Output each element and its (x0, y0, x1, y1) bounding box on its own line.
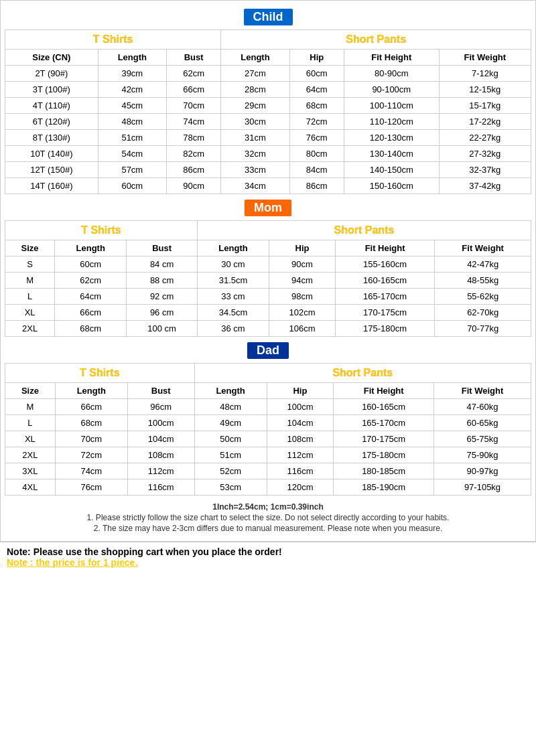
table-row: 2XL72cm108cm51cm112cm175-180cm75-90kg (5, 447, 531, 463)
dad-badge: Dad (247, 342, 289, 359)
child-table: T Shirts Short Pants Size (CN) Length Bu… (5, 29, 531, 194)
dad-table: T Shirts Short Pants Size Length Bust Le… (5, 363, 531, 496)
table-row: 4XL76cm116cm53cm120cm185-190cm97-105kg (5, 479, 531, 496)
table-row: L64cm92 cm33 cm98cm165-170cm55-62kg (5, 289, 531, 305)
mom-col-5: Fit Height (335, 240, 434, 256)
mom-badge: Mom (245, 200, 291, 216)
table-row: XL66cm96 cm34.5cm102cm170-175cm62-70kg (5, 305, 531, 321)
dad-col-4: Hip (267, 383, 334, 399)
dad-col-2: Bust (127, 383, 194, 399)
child-col-4: Hip (289, 50, 344, 66)
table-row: 14T (160#)60cm90cm34cm86cm150-160cm37-42… (5, 178, 531, 194)
mom-subheader: T Shirts Short Pants (5, 221, 531, 240)
child-title-row: Child (5, 5, 531, 29)
mom-col-0: Size (5, 240, 55, 256)
mom-shortpants-header: Short Pants (197, 221, 531, 240)
mom-col-headers: Size Length Bust Length Hip Fit Height F… (5, 240, 531, 256)
child-col-2: Bust (166, 50, 220, 66)
table-row: 3T (100#)42cm66cm28cm64cm90-100cm12-15kg (5, 82, 531, 98)
dad-title-row: Dad (5, 337, 531, 363)
conversion-note: 1Inch=2.54cm; 1cm=0.39inch (11, 502, 525, 512)
mom-tshirts-header: T Shirts (5, 221, 198, 240)
child-badge: Child (244, 9, 293, 25)
table-row: 12T (150#)57cm86cm33cm84cm140-150cm32-37… (5, 162, 531, 178)
child-col-3: Length (221, 50, 289, 66)
child-col-headers: Size (CN) Length Bust Length Hip Fit Hei… (5, 50, 531, 66)
table-row: 2XL68cm100 cm36 cm106cm175-180cm70-77kg (5, 321, 531, 337)
table-row: L68cm100cm49cm104cm165-170cm60-65kg (5, 415, 531, 431)
dad-col-1: Length (55, 383, 127, 399)
table-row: 2T (90#)39cm62cm27cm60cm80-90cm7-12kg (5, 66, 531, 82)
table-row: XL70cm104cm50cm108cm170-175cm65-75kg (5, 431, 531, 447)
bottom-notes: Note: Please use the shopping cart when … (0, 542, 536, 572)
child-col-0: Size (CN) (5, 50, 98, 66)
mom-col-1: Length (55, 240, 127, 256)
table-row: 10T (140#)54cm82cm32cm80cm130-140cm27-32… (5, 146, 531, 162)
mom-col-3: Length (197, 240, 269, 256)
child-col-5: Fit Height (344, 50, 439, 66)
table-row: M66cm96cm48cm100cm160-165cm47-60kg (5, 399, 531, 415)
dad-subheader: T Shirts Short Pants (5, 364, 531, 383)
dad-tshirts-header: T Shirts (5, 364, 195, 383)
mom-col-4: Hip (269, 240, 336, 256)
table-row: M62cm88 cm31.5cm94cm160-165cm48-55kg (5, 273, 531, 289)
table-row: S60cm84 cm30 cm90cm155-160cm42-47kg (5, 256, 531, 273)
dad-col-5: Fit Height (334, 383, 434, 399)
child-col-1: Length (98, 50, 166, 66)
dad-col-0: Size (5, 383, 56, 399)
note-line1: 1. Please strictly follow the size chart… (11, 513, 525, 522)
note-line2: 2. The size may have 2-3cm differs due t… (11, 524, 525, 533)
dad-col-6: Fit Weight (434, 383, 531, 399)
main-container: Child T Shirts Short Pants Size (CN) Len… (0, 0, 536, 542)
table-row: 3XL74cm112cm52cm116cm180-185cm90-97kg (5, 463, 531, 479)
dad-col-3: Length (194, 383, 267, 399)
table-row: 6T (120#)48cm74cm30cm72cm110-120cm17-22k… (5, 114, 531, 130)
note-section: 1Inch=2.54cm; 1cm=0.39inch 1. Please str… (5, 496, 531, 537)
child-col-6: Fit Weight (439, 50, 531, 66)
table-row: 8T (130#)51cm78cm31cm76cm120-130cm22-27k… (5, 130, 531, 146)
mom-table: T Shirts Short Pants Size Length Bust Le… (5, 220, 531, 337)
child-subheader: T Shirts Short Pants (5, 30, 531, 50)
child-tshirts-header: T Shirts (5, 30, 221, 50)
bottom-note1: Note: Please use the shopping cart when … (7, 546, 529, 557)
table-row: 4T (110#)45cm70cm29cm68cm100-110cm15-17k… (5, 98, 531, 114)
mom-title-row: Mom (5, 194, 531, 220)
child-shortpants-header: Short Pants (221, 30, 531, 50)
dad-shortpants-header: Short Pants (194, 364, 531, 383)
bottom-note2: Note : the price is for 1 piece. (7, 557, 529, 568)
mom-col-6: Fit Weight (435, 240, 531, 256)
dad-col-headers: Size Length Bust Length Hip Fit Height F… (5, 383, 531, 399)
mom-col-2: Bust (127, 240, 198, 256)
